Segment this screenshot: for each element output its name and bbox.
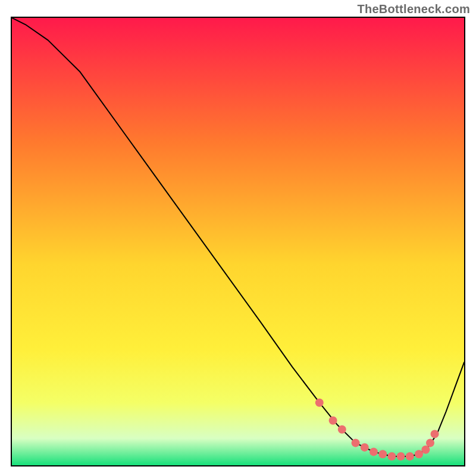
valley-point	[415, 450, 423, 458]
valley-point	[431, 430, 439, 438]
valley-point	[397, 452, 405, 461]
valley-point	[426, 439, 434, 447]
valley-point	[338, 425, 346, 434]
valley-point	[387, 452, 396, 461]
valley-point	[361, 443, 369, 452]
plot-svg	[12, 18, 464, 465]
valley-point	[352, 439, 360, 447]
valley-point	[369, 447, 378, 456]
gradient-background	[12, 18, 464, 465]
plot-area	[11, 17, 465, 466]
valley-point	[315, 399, 324, 407]
valley-point	[406, 452, 414, 461]
watermark-label: TheBottleneck.com	[357, 2, 470, 16]
valley-point	[329, 416, 337, 425]
chart-container: TheBottleneck.com	[0, 0, 476, 476]
valley-point	[378, 450, 387, 458]
